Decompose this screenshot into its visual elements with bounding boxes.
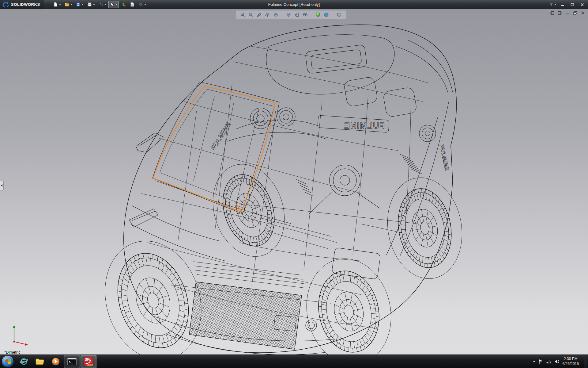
show-hidden-icons-button[interactable]: [533, 361, 535, 362]
help-button[interactable]: ?: [550, 2, 556, 7]
edit-appearance-button[interactable]: [315, 12, 321, 18]
file-properties-button[interactable]: [128, 1, 136, 8]
help-caret[interactable]: [554, 4, 556, 5]
clock-date: 6/26/2015: [563, 362, 579, 366]
doc-close-icon: [581, 11, 585, 15]
wheel-rear-left: [214, 168, 283, 253]
clock-time: 2:30 PM: [563, 357, 579, 362]
display-style-icon: [273, 12, 279, 17]
undo-button[interactable]: [97, 1, 107, 8]
action-center-flag-icon[interactable]: [538, 359, 543, 364]
open-caret[interactable]: [70, 4, 72, 5]
maximize-button[interactable]: [569, 2, 576, 7]
view-orientation-label: *Dimetric: [4, 350, 21, 355]
apply-scene-button[interactable]: [323, 12, 330, 18]
media-player-icon: [51, 357, 60, 366]
volume-icon[interactable]: [554, 359, 560, 364]
close-button[interactable]: [579, 2, 586, 7]
sketch-button[interactable]: [256, 12, 262, 18]
save-icon: [76, 2, 81, 7]
start-button[interactable]: [2, 356, 13, 367]
view-orientation-icon: [286, 12, 292, 17]
edit-appearance-icon: [315, 12, 321, 17]
previous-window-button[interactable]: [549, 10, 555, 15]
section-view-button[interactable]: [265, 12, 271, 18]
network-icon[interactable]: [546, 359, 551, 364]
open-button[interactable]: [63, 1, 74, 8]
view-settings-button[interactable]: [336, 12, 342, 18]
minimize-icon: [561, 3, 564, 6]
model-badge-right: FULMINE: [439, 144, 450, 171]
display-style-button[interactable]: [273, 12, 279, 18]
new-document-caret[interactable]: [59, 4, 61, 5]
help-label: ?: [550, 2, 552, 7]
taskbar-solidworks[interactable]: SW 2015: [81, 355, 96, 368]
taskbar-clock[interactable]: 2:30 PM 6/26/2015: [563, 357, 579, 366]
system-tray: 2:30 PM 6/26/2015: [533, 355, 588, 368]
orientation-triad: [13, 325, 29, 346]
command-prompt-icon: [67, 357, 77, 366]
doc-minimize-button[interactable]: [565, 10, 570, 15]
zoom-to-fit-icon: [240, 12, 246, 17]
file-properties-icon: [130, 2, 135, 7]
previous-view-icon: [294, 12, 300, 17]
model-canvas[interactable]: FULMINE FULMINE FULMINE: [0, 9, 588, 355]
solidworks-tile: SW 2015: [84, 357, 93, 366]
new-document-button[interactable]: [52, 1, 62, 8]
feature-manager-collapse-tab[interactable]: [0, 181, 4, 190]
next-window-icon: [558, 11, 562, 15]
open-folder-icon: [64, 2, 70, 7]
print-icon: [87, 2, 92, 7]
instant3d-icon: [121, 2, 126, 7]
instant3d-button[interactable]: [120, 1, 127, 8]
view-settings-icon: [337, 12, 342, 17]
options-button[interactable]: [137, 1, 147, 8]
internet-explorer-icon: [19, 357, 28, 366]
taskbar-file-explorer[interactable]: [32, 355, 47, 368]
save-button[interactable]: [74, 1, 85, 8]
doc-restore-button[interactable]: [572, 10, 578, 15]
model-badge-left: FULMINE: [209, 121, 232, 151]
taskbar-internet-explorer[interactable]: [16, 355, 32, 368]
wheel-front-left: [106, 244, 200, 355]
zoom-to-fit-button[interactable]: [240, 12, 246, 18]
minimize-button[interactable]: [559, 2, 566, 7]
previous-view-button[interactable]: [294, 12, 300, 18]
taskbar-media-player[interactable]: [48, 355, 63, 368]
zoom-to-area-button[interactable]: [248, 12, 254, 18]
wheel-rear-right: [392, 184, 458, 272]
taskbar-command-prompt[interactable]: [64, 355, 80, 368]
main-toolbar: [52, 1, 147, 8]
3ds-logo-icon: [2, 2, 9, 7]
brand-text: SOLIDWORKS: [11, 2, 40, 7]
select-button[interactable]: [108, 1, 119, 8]
zoom-to-area-icon: [248, 12, 254, 17]
doc-close-button[interactable]: [580, 10, 586, 15]
section-view-icon: [265, 12, 270, 17]
options-caret[interactable]: [144, 4, 146, 5]
title-bar: SOLIDWORKS: [0, 0, 588, 9]
undo-caret[interactable]: [104, 4, 106, 5]
apply-scene-globe-icon: [324, 12, 329, 17]
hide-show-items-button[interactable]: [302, 12, 308, 18]
collapse-arrow-icon: [1, 184, 2, 187]
view-orientation-button[interactable]: [286, 12, 292, 18]
hide-show-glasses-icon: [303, 12, 308, 17]
save-caret[interactable]: [82, 4, 84, 5]
print-button[interactable]: [86, 1, 96, 8]
document-window-controls: [549, 10, 586, 15]
close-icon: [580, 3, 584, 6]
previous-window-icon: [550, 11, 554, 15]
print-caret[interactable]: [93, 4, 95, 5]
view-heads-up-toolbar: [236, 10, 346, 19]
next-window-button[interactable]: [557, 10, 563, 15]
show-desktop-button[interactable]: [584, 355, 587, 368]
doc-restore-icon: [573, 11, 577, 15]
windows-flag-icon: [4, 358, 11, 365]
undo-icon: [98, 2, 104, 7]
solidworks-monogram: SW: [85, 358, 90, 361]
sketch-pencil-icon: [257, 12, 262, 17]
viewport[interactable]: FULMINE FULMINE FULMINE: [0, 9, 588, 355]
select-arrow-icon: [110, 2, 115, 7]
select-caret[interactable]: [116, 4, 118, 5]
